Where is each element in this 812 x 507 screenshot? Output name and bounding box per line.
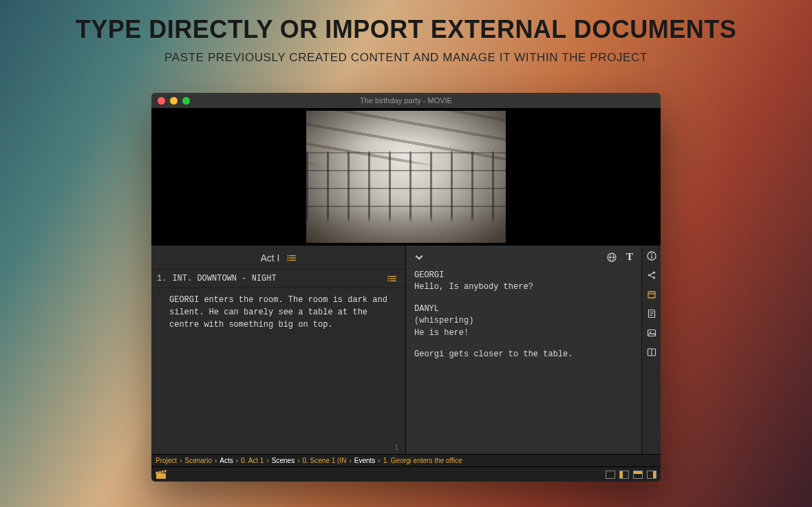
breadcrumb-item[interactable]: Scenes <box>272 457 295 464</box>
image-icon[interactable] <box>647 328 656 338</box>
svg-line-21 <box>650 273 652 275</box>
svg-rect-17 <box>651 255 652 259</box>
app-window: The birthday party - MOVIE Act I 1. INT.… <box>151 93 661 482</box>
breadcrumb-item[interactable]: Project <box>156 457 177 464</box>
info-icon[interactable] <box>647 251 656 261</box>
svg-point-3 <box>287 255 288 257</box>
svg-rect-34 <box>156 473 166 479</box>
scene-heading: INT. DOWNTOWN - NIGHT <box>172 274 276 283</box>
scene-description[interactable]: GEORGI enters the room. The room is dark… <box>151 288 405 331</box>
chevron-down-icon[interactable] <box>414 252 424 262</box>
right-toolbar <box>641 246 661 454</box>
scene-number: 1. <box>157 274 167 283</box>
preview-area[interactable] <box>151 108 661 246</box>
close-icon[interactable] <box>158 97 165 105</box>
breadcrumb-item[interactable]: Acts <box>220 457 233 464</box>
script-editor-panel[interactable]: T GEORGI Hello, Is anybody there? DANYL … <box>406 246 641 454</box>
window-title: The birthday party - MOVIE <box>151 96 661 105</box>
svg-rect-23 <box>648 292 655 298</box>
svg-line-22 <box>650 276 652 278</box>
svg-point-9 <box>388 276 389 277</box>
hero-subtitle: PASTE PREVIOUSLY CREATED CONTENT AND MAN… <box>164 51 648 65</box>
breadcrumb-item[interactable]: Scenario <box>184 457 211 464</box>
list-icon[interactable] <box>387 275 397 282</box>
svg-point-16 <box>651 253 652 255</box>
hero-title: TYPE DIRECTLY OR IMPORT EXTERNAL DOCUMEN… <box>76 15 736 44</box>
dialogue-block[interactable]: DANYL (whispering) He is here! <box>414 303 636 339</box>
layout-option-2[interactable] <box>619 471 629 479</box>
notes-icon[interactable] <box>647 309 656 319</box>
svg-rect-29 <box>648 330 655 336</box>
project-icon[interactable] <box>647 290 656 299</box>
layout-switcher <box>606 471 656 479</box>
act-label: Act I <box>260 252 279 263</box>
parenthetical: (whispering) <box>414 315 636 327</box>
svg-point-4 <box>287 257 288 259</box>
svg-point-30 <box>650 332 651 333</box>
clapperboard-icon[interactable] <box>156 470 167 479</box>
dialogue-block[interactable]: GEORGI Hello, Is anybody there? <box>414 270 636 294</box>
svg-point-10 <box>388 278 389 279</box>
act-header[interactable]: Act I <box>151 246 405 269</box>
breadcrumb-item[interactable]: Events <box>354 457 376 464</box>
list-icon[interactable] <box>287 255 297 261</box>
breadcrumb-item[interactable]: 1. Georgi enters the office <box>383 457 462 464</box>
dialogue-line: Hello, Is anybody there? <box>414 281 636 293</box>
breadcrumb[interactable]: Project›Scenario›Acts›0. Act 1›Scenes›0.… <box>151 454 661 466</box>
breadcrumb-item[interactable]: 0. Act 1 <box>241 457 264 464</box>
character-name: GEORGI <box>414 270 636 281</box>
breadcrumb-item[interactable]: 0. Scene 1 (IN <box>302 457 346 464</box>
svg-point-11 <box>388 280 389 281</box>
svg-point-5 <box>287 259 288 261</box>
share-icon[interactable] <box>647 270 656 280</box>
layout-icon[interactable] <box>647 347 656 357</box>
layout-option-4[interactable] <box>647 471 656 479</box>
layout-option-1[interactable] <box>606 471 615 479</box>
layout-option-3[interactable] <box>633 471 643 479</box>
scene-heading-row[interactable]: 1. INT. DOWNTOWN - NIGHT <box>151 269 405 288</box>
scene-outline-panel: Act I 1. INT. DOWNTOWN - NIGHT GEORGI en… <box>151 246 406 454</box>
zoom-icon[interactable] <box>182 97 190 105</box>
globe-icon[interactable] <box>607 252 617 262</box>
scene-preview-image <box>306 111 506 243</box>
character-name: DANYL <box>414 303 636 315</box>
dialogue-line: He is here! <box>414 327 636 339</box>
page-number: 1 <box>394 443 398 451</box>
action-line[interactable]: Georgi gets closer to the table. <box>414 349 636 360</box>
text-tool-icon[interactable]: T <box>626 251 633 263</box>
bottom-bar <box>151 466 661 482</box>
titlebar[interactable]: The birthday party - MOVIE <box>151 93 661 108</box>
minimize-icon[interactable] <box>170 97 178 105</box>
